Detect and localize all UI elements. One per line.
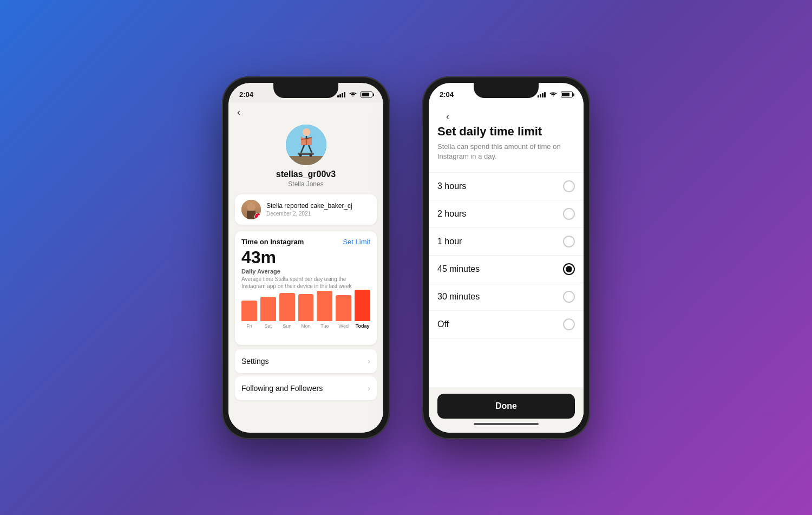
avatar-image	[286, 125, 326, 165]
notch-2	[474, 83, 539, 98]
wifi-icon-2	[549, 92, 557, 97]
screen2-header: ‹ Set daily time limit Stella can spend …	[429, 102, 584, 168]
option-off[interactable]: Off	[429, 311, 584, 338]
done-button[interactable]: Done	[437, 394, 575, 419]
report-card: ! Stella reported cake_baker_cj December…	[235, 194, 377, 225]
time-title: Time on Instagram	[241, 238, 304, 246]
back-button-1[interactable]: ‹	[228, 102, 383, 120]
time-section: Time on Instagram Set Limit 43m Daily Av…	[235, 231, 377, 345]
option-30min[interactable]: 30 minutes	[429, 283, 584, 311]
bar-wed-bar	[336, 295, 351, 321]
option-30min-label: 30 minutes	[437, 292, 480, 302]
svg-point-10	[247, 203, 256, 211]
status-icons-1	[337, 92, 372, 97]
report-badge: !	[254, 213, 261, 219]
bar-sat-label: Sat	[265, 323, 272, 329]
phone-1: 2:04 ‹	[222, 76, 390, 439]
screen2-title: Set daily time limit	[437, 125, 575, 139]
option-45min[interactable]: 45 minutes	[429, 256, 584, 283]
bar-wed: Wed	[336, 295, 351, 329]
radio-2hours[interactable]	[563, 208, 575, 220]
bar-wed-label: Wed	[339, 323, 349, 329]
svg-point-9	[309, 154, 312, 157]
bar-sat-bar	[260, 297, 276, 321]
bar-tue: Tue	[317, 291, 332, 329]
phone-2: 2:04	[422, 76, 590, 439]
radio-3hours[interactable]	[563, 180, 575, 192]
settings-chevron-icon: ›	[368, 357, 370, 366]
profile-section: stellas_gr00v3 Stella Jones	[228, 120, 383, 194]
bar-fri-bar	[241, 301, 257, 321]
report-avatar: !	[241, 200, 261, 219]
status-time-2: 2:04	[440, 90, 454, 99]
radio-off[interactable]	[563, 318, 575, 330]
svg-point-2	[303, 128, 310, 136]
time-value: 43m	[241, 248, 370, 267]
screen2-scroll-area: ‹ Set daily time limit Stella can spend …	[429, 102, 584, 387]
daily-avg-label: Daily Average	[241, 268, 370, 275]
bar-today-label: Today	[356, 323, 370, 329]
status-icons-2	[538, 92, 573, 97]
report-text: Stella reported cake_baker_cj	[266, 202, 370, 211]
report-date: December 2, 2021	[266, 211, 370, 217]
bar-today-bar	[355, 290, 370, 321]
bar-fri: Fri	[241, 301, 257, 329]
bar-fri-label: Fri	[246, 323, 252, 329]
settings-label: Settings	[241, 357, 269, 366]
signal-icon-2	[538, 92, 546, 97]
following-label: Following and Followers	[241, 384, 323, 393]
back-button-2[interactable]: ‹	[437, 107, 575, 125]
bar-tue-label: Tue	[320, 323, 329, 329]
radio-1hour[interactable]	[563, 236, 575, 247]
bar-mon-bar	[298, 294, 314, 321]
real-name: Stella Jones	[288, 180, 323, 188]
username: stellas_gr00v3	[276, 170, 336, 179]
option-3hours[interactable]: 3 hours	[429, 173, 584, 200]
battery-icon-2	[561, 92, 573, 97]
report-info: Stella reported cake_baker_cj December 2…	[266, 202, 370, 217]
status-time-1: 2:04	[239, 90, 253, 99]
home-indicator-2	[474, 423, 539, 425]
notch-1	[273, 83, 338, 98]
option-2hours-label: 2 hours	[437, 209, 466, 219]
bar-mon-label: Mon	[301, 323, 311, 329]
bar-sat: Sat	[260, 297, 276, 329]
option-45min-label: 45 minutes	[437, 264, 480, 274]
option-2hours[interactable]: 2 hours	[429, 200, 584, 228]
daily-avg-desc: Average time Stella spent per day using …	[241, 276, 370, 290]
following-chevron-icon: ›	[368, 384, 370, 393]
option-1hour[interactable]: 1 hour	[429, 228, 584, 256]
bar-tue-bar	[317, 291, 332, 321]
bar-sun-label: Sun	[283, 323, 291, 329]
settings-menu-item[interactable]: Settings ›	[235, 349, 377, 373]
wifi-icon-1	[349, 92, 357, 97]
bar-chart: Fri Sat Sun Mon	[241, 295, 370, 338]
bar-today: Today	[355, 290, 370, 329]
set-limit-button[interactable]: Set Limit	[343, 238, 370, 246]
time-header: Time on Instagram Set Limit	[241, 238, 370, 246]
option-off-label: Off	[437, 320, 449, 329]
done-button-container: Done	[429, 387, 584, 433]
avatar	[286, 125, 326, 165]
screen2-subtitle: Stella can spend this amount of time on …	[437, 142, 575, 161]
option-1hour-label: 1 hour	[437, 237, 462, 246]
bar-mon: Mon	[298, 294, 314, 329]
svg-point-8	[299, 154, 302, 157]
phone2-screen: ‹ Set daily time limit Stella can spend …	[429, 102, 584, 433]
radio-30min[interactable]	[563, 291, 575, 303]
bar-sun: Sun	[279, 293, 295, 329]
radio-45min-fill	[566, 266, 572, 272]
svg-rect-1	[286, 156, 326, 165]
bar-sun-bar	[279, 293, 295, 321]
radio-45min[interactable]	[563, 263, 575, 275]
options-list: 3 hours 2 hours 1 hour 45 minutes	[429, 172, 584, 338]
option-3hours-label: 3 hours	[437, 181, 466, 191]
signal-icon-1	[337, 92, 345, 97]
phone1-screen: ‹	[228, 102, 383, 433]
following-menu-item[interactable]: Following and Followers ›	[235, 376, 377, 400]
battery-icon-1	[361, 92, 372, 97]
